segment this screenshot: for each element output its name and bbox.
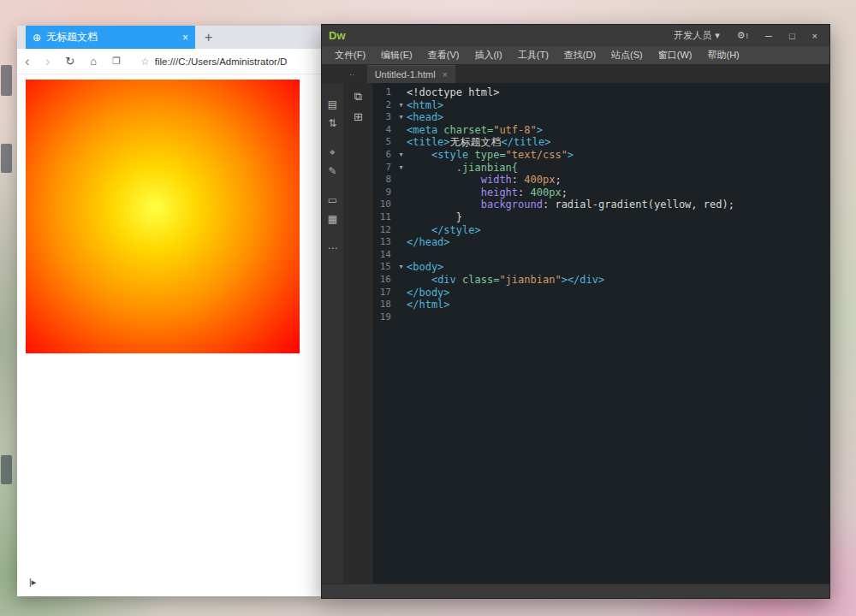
refresh-icon[interactable]: ↻ xyxy=(57,56,82,67)
home-icon[interactable]: ⌂ xyxy=(82,56,104,67)
code-text: <meta charset="utf-8"> xyxy=(407,124,543,137)
code-line[interactable]: 18</html> xyxy=(373,299,829,311)
code-line[interactable]: 14 xyxy=(373,249,829,262)
line-number: 17 xyxy=(373,287,395,299)
browser-viewport: |▸ xyxy=(17,74,322,596)
code-line[interactable]: 5<title>无标题文档</title> xyxy=(373,136,829,149)
desktop-icon[interactable] xyxy=(1,65,12,96)
fold-arrow-icon[interactable]: ▼ xyxy=(395,162,407,175)
code-text: </body> xyxy=(407,287,450,299)
code-line[interactable]: 4<meta charset="utf-8"> xyxy=(373,124,829,137)
fold-gutter xyxy=(395,224,407,237)
brush-icon[interactable]: ✎ xyxy=(328,162,336,181)
fold-arrow-icon[interactable]: ▼ xyxy=(395,111,407,124)
maximize-button[interactable]: □ xyxy=(784,31,800,41)
desktop-icon[interactable] xyxy=(1,144,12,173)
tab-close-icon[interactable]: × xyxy=(182,32,188,44)
code-editor[interactable]: 1<!doctype html>2▼<html>3▼<head>4<meta c… xyxy=(373,83,829,583)
fold-gutter xyxy=(395,198,407,211)
code-text: } xyxy=(407,211,462,224)
menu-item[interactable]: 插入(I) xyxy=(467,49,509,62)
site-tree-icon[interactable]: ⧉ xyxy=(354,90,362,104)
code-line[interactable]: 7▼ .jianbian{ xyxy=(373,162,829,175)
more-icon[interactable]: ⋯ xyxy=(328,239,338,258)
tab-overflow-icon[interactable]: ·· xyxy=(349,70,355,80)
line-number: 14 xyxy=(373,249,395,262)
dw-titlebar: Dw 开发人员 ▾ ⚙ ! ─ □ × xyxy=(322,25,829,46)
fold-arrow-icon[interactable]: ▼ xyxy=(395,149,407,162)
code-line[interactable]: 10 background: radial-gradient(yellow, r… xyxy=(373,198,829,211)
code-line[interactable]: 2▼<html> xyxy=(373,99,829,112)
move-icon[interactable]: ⌖ xyxy=(330,143,336,162)
address-bar[interactable]: file:///C:/Users/Administrator/D xyxy=(155,56,322,67)
menu-item[interactable]: 工具(T) xyxy=(510,49,556,62)
sort-icon[interactable]: ⇅ xyxy=(328,114,336,133)
minimize-button[interactable]: ─ xyxy=(760,31,777,41)
fold-gutter xyxy=(395,211,407,224)
code-text: <body> xyxy=(407,261,443,274)
document-tab-close-icon[interactable]: × xyxy=(443,69,448,80)
code-line[interactable]: 15▼<body> xyxy=(373,261,829,274)
grid-icon[interactable]: ▦ xyxy=(328,210,337,228)
code-text: width: 400px; xyxy=(407,174,562,187)
menu-item[interactable]: 查找(D) xyxy=(556,49,603,62)
menu-item[interactable]: 文件(F) xyxy=(327,49,373,62)
dreamweaver-window: Dw 开发人员 ▾ ⚙ ! ─ □ × 文件(F)编辑(E)查看(V)插入(I)… xyxy=(321,24,830,599)
files-panel-icon[interactable]: ⊞ xyxy=(354,110,363,123)
document-tab[interactable]: Untitled-1.html × xyxy=(367,65,455,83)
sidebar-toggle-icon[interactable]: |▸ xyxy=(29,577,36,588)
comment-icon[interactable]: ▭ xyxy=(328,191,337,210)
code-text: </html> xyxy=(407,299,450,311)
fold-gutter xyxy=(395,311,407,324)
file-icon[interactable]: ▤ xyxy=(328,95,337,114)
desktop-icon[interactable] xyxy=(1,455,12,484)
browser-tab[interactable]: ⊕ 无标题文档 × xyxy=(26,26,195,49)
line-number: 18 xyxy=(373,299,395,311)
menu-item[interactable]: 站点(S) xyxy=(603,49,651,62)
new-tab-button[interactable]: + xyxy=(195,26,222,49)
fold-gutter xyxy=(395,86,407,99)
code-line[interactable]: 6▼ <style type="text/css"> xyxy=(373,149,829,162)
code-line[interactable]: 17</body> xyxy=(373,287,829,299)
code-text: <style type="text/css"> xyxy=(407,149,574,162)
workspace-switcher[interactable]: 开发人员 ▾ xyxy=(669,29,725,42)
sync-settings-button[interactable]: ⚙ ! xyxy=(732,30,753,41)
reading-mode-icon[interactable]: ❐ xyxy=(104,56,128,66)
line-number: 9 xyxy=(373,187,395,199)
code-line[interactable]: 3▼<head> xyxy=(373,111,829,124)
fold-gutter xyxy=(395,236,407,249)
menu-item[interactable]: 窗口(W) xyxy=(651,49,700,62)
chevron-down-icon: ▾ xyxy=(715,30,720,41)
code-text: height: 400px; xyxy=(407,187,568,199)
line-number: 4 xyxy=(373,124,395,137)
dw-menubar: 文件(F)编辑(E)查看(V)插入(I)工具(T)查找(D)站点(S)窗口(W)… xyxy=(322,46,829,65)
code-line[interactable]: 12 </style> xyxy=(373,224,829,237)
alert-badge: ! xyxy=(746,32,749,40)
forward-icon[interactable]: › xyxy=(38,54,58,68)
bookmark-star-icon[interactable]: ☆ xyxy=(128,56,155,68)
close-button[interactable]: × xyxy=(807,31,823,41)
dw-titlebar-right: 开发人员 ▾ ⚙ ! ─ □ × xyxy=(669,29,823,42)
code-line[interactable]: 13</head> xyxy=(373,236,829,249)
line-number: 12 xyxy=(373,224,395,237)
code-line[interactable]: 16 <div class="jianbian"></div> xyxy=(373,274,829,287)
gradient-square xyxy=(26,80,300,353)
line-number: 19 xyxy=(373,311,395,324)
menu-item[interactable]: 查看(V) xyxy=(420,49,467,62)
code-line[interactable]: 9 height: 400px; xyxy=(373,187,829,199)
fold-arrow-icon[interactable]: ▼ xyxy=(395,261,407,274)
line-number: 10 xyxy=(373,198,395,211)
code-line[interactable]: 19 xyxy=(373,311,829,324)
fold-gutter xyxy=(395,174,407,187)
code-line[interactable]: 8 width: 400px; xyxy=(373,174,829,187)
line-number: 7 xyxy=(373,162,395,175)
fold-arrow-icon[interactable]: ▼ xyxy=(395,99,407,112)
menu-item[interactable]: 编辑(E) xyxy=(373,49,420,62)
browser-tab-title: 无标题文档 xyxy=(46,30,177,44)
back-icon[interactable]: ‹ xyxy=(17,54,38,68)
code-line[interactable]: 11 } xyxy=(373,211,829,224)
dw-main-area: ▤⇅⌖✎▭▦⋯ ⧉⊞ 1<!doctype html>2▼<html>3▼<he… xyxy=(322,83,829,583)
dw-toolbar: ▤⇅⌖✎▭▦⋯ xyxy=(322,83,344,583)
menu-item[interactable]: 帮助(H) xyxy=(700,49,747,62)
code-line[interactable]: 1<!doctype html> xyxy=(373,86,829,99)
